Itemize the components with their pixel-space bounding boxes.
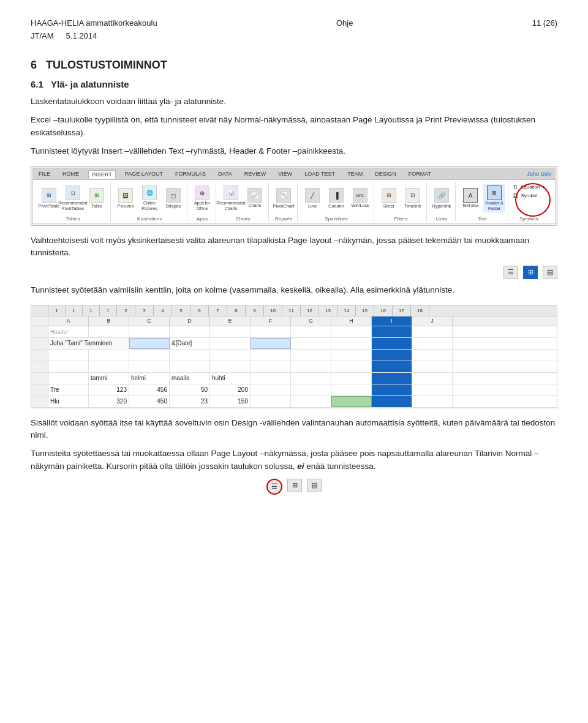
bottom-page-break-button[interactable]: ▤: [307, 479, 322, 492]
charts-group-label: Charts: [236, 215, 251, 222]
recommended-charts-button[interactable]: 📊 Recommended Charts: [220, 184, 242, 212]
reports-group-label: Reports: [275, 215, 292, 222]
months-row: tammi helmi maalis huhti: [31, 373, 557, 384]
institution-name: HAAGA-HELIA ammattikorkeakoulu: [31, 18, 157, 28]
data-row-tre: Tre 123 456 50 200: [31, 384, 557, 396]
symbols-items: π Equation ▾ Ω Symbol: [512, 182, 546, 200]
paragraph-7: Tunnisteita syötettäessä tai muokattaess…: [31, 448, 557, 473]
empty-row-1: [31, 350, 557, 361]
tab-design[interactable]: DESIGN: [372, 170, 399, 178]
sparklines-group-label: Sparklines: [325, 215, 347, 222]
tab-insert[interactable]: INSERT: [88, 170, 116, 179]
timeline-button[interactable]: ⊡ Timeline: [402, 187, 424, 210]
column-sparkline-button[interactable]: ▐ Column: [325, 187, 347, 210]
header-footer-button[interactable]: ⊠ Header & Footer: [483, 184, 505, 212]
doc-code: JT/AM: [31, 31, 54, 40]
data-row-hki: Hki 320 450 23 150: [31, 396, 557, 408]
paragraph-4: Vaihtoehtoisesti voit myös yksinkertaise…: [31, 234, 557, 260]
document-subheader: JT/AM 5.1.2014: [31, 31, 557, 40]
shapes-button[interactable]: ◻ Shapes: [162, 187, 184, 210]
apps-group-label: Apps: [197, 215, 208, 222]
text-group-label: Text: [478, 215, 487, 222]
ribbon-screenshot: FILE HOME INSERT PAGE LAYOUT FORMULAS DA…: [31, 166, 557, 226]
subject-label: Ohje: [336, 18, 353, 28]
paragraph-6: Sisällöt voidaan syöttää itse tai käyttä…: [31, 417, 557, 442]
tab-page-layout[interactable]: PAGE LAYOUT: [122, 170, 166, 178]
paragraph-2: Excel –taulukolle tyypillistä on, että t…: [31, 114, 557, 139]
ribbon-group-reports: 📉 PivotChart Reports: [270, 182, 298, 222]
spreadsheet-screenshot: 1 1 1 1 2 3 4 5 6 7 8 9 10 11 12 13 14 1…: [31, 305, 557, 408]
subsection-title: 6.1 Ylä- ja alatunniste: [31, 79, 557, 89]
symbols-group-label: Symbols: [519, 215, 538, 222]
textbox-button[interactable]: A Text Box: [459, 187, 481, 209]
apps-for-office-button[interactable]: ⊕ Apps for Office: [191, 184, 213, 212]
paragraph-1: Laskentataulukkoon voidaan liittää ylä- …: [31, 96, 557, 108]
tab-review[interactable]: REVIEW: [241, 170, 270, 178]
illustrations-group-label: Illustrations: [137, 215, 162, 222]
ribbon-group-symbols: π Equation ▾ Ω Symbol Symbols: [510, 182, 548, 222]
recommended-pivottables-button[interactable]: ⊡ Recommended PivotTables: [62, 184, 84, 212]
tab-format[interactable]: FORMAT: [405, 170, 434, 178]
tab-data[interactable]: DATA: [215, 170, 235, 178]
filters-group-label: Filters: [394, 215, 408, 222]
pivottable-button[interactable]: ⊞ PivotTable: [38, 187, 60, 210]
ribbon-group-apps: ⊕ Apps for Office Apps: [189, 182, 216, 222]
line-sparkline-button[interactable]: ╱ Line: [301, 187, 323, 210]
normal-view-button[interactable]: ☰: [503, 266, 518, 279]
links-group-label: Links: [436, 215, 448, 222]
tab-formulas[interactable]: FORMULAS: [172, 170, 209, 178]
view-buttons-row: ☰ ⊞ ▤: [31, 266, 557, 279]
section-title: 6 TULOSTUSTOIMINNOT: [31, 59, 557, 72]
ribbon-group-filters: ⊟ Slicer ⊡ Timeline Filters: [375, 182, 427, 222]
bottom-page-layout-button[interactable]: ⊞: [287, 479, 302, 492]
tables-group-label: Tables: [66, 215, 80, 222]
page-number: 11 (26): [532, 18, 557, 28]
header-label-row: Header: [31, 326, 557, 338]
tab-home[interactable]: HOME: [59, 170, 82, 178]
tab-load-test[interactable]: LOAD TEST: [301, 170, 338, 178]
pictures-button[interactable]: 🖼 Pictures: [115, 187, 137, 210]
slicer-button[interactable]: ⊟ Slicer: [378, 187, 400, 210]
header-content-row: Juha "Tami" Tamminen &[Date]: [31, 338, 557, 350]
tab-team[interactable]: TEAM: [344, 170, 366, 178]
document-header: HAAGA-HELIA ammattikorkeakoulu Ohje 11 (…: [31, 18, 557, 28]
col-header-row: A B C D E F G H I J: [31, 317, 557, 326]
win-loss-sparkline-button[interactable]: W/L Win/Loss: [349, 187, 371, 209]
page-layout-view-button[interactable]: ⊞: [523, 266, 538, 279]
equation-button[interactable]: π Equation ▾: [512, 183, 546, 191]
ribbon-tabs: FILE HOME INSERT PAGE LAYOUT FORMULAS DA…: [33, 168, 555, 180]
tab-view[interactable]: VIEW: [275, 170, 295, 178]
empty-row-2: [31, 361, 557, 373]
ribbon-group-tables: ⊞ PivotTable ⊡ Recommended PivotTables ⊞…: [36, 182, 111, 222]
doc-date: 5.1.2014: [66, 31, 97, 40]
ribbon-user: Juho Uski: [527, 171, 551, 177]
online-pictures-button[interactable]: 🌐 Online Pictures: [138, 184, 160, 212]
ribbon-group-text: A Text Box ⊠ Header & Footer Text: [457, 182, 508, 222]
bottom-view-buttons: ☰ ⊞ ▤: [31, 479, 557, 495]
paragraph-3: Tunnisteet löytyvät Insert –välilehden T…: [31, 145, 557, 157]
ribbon-group-charts: 📊 Recommended Charts 📈 Charts Charts: [217, 182, 269, 222]
paragraph-5: Tunnisteet syötetään valmiisiin kenttiin…: [31, 284, 557, 296]
ribbon-group-sparklines: ╱ Line ▐ Column W/L Win/Loss Sparklines: [299, 182, 374, 222]
table-button[interactable]: ⊞ Table: [86, 187, 108, 210]
pivotchart-button[interactable]: 📉 PivotChart: [273, 187, 295, 210]
ribbon-body: ⊞ PivotTable ⊡ Recommended PivotTables ⊞…: [33, 180, 555, 223]
col-ruler: 1 1 1 1 2 3 4 5 6 7 8 9 10 11 12 13 14 1…: [31, 305, 557, 317]
bar-chart-button[interactable]: 📈 Charts: [244, 187, 266, 209]
tab-file[interactable]: FILE: [36, 170, 53, 178]
page-break-view-button[interactable]: ▤: [543, 266, 557, 279]
bottom-normal-view-button[interactable]: ☰: [266, 479, 282, 495]
ribbon-group-illustrations: 🖼 Pictures 🌐 Online Pictures ◻ Shapes Il…: [112, 182, 187, 222]
symbol-button[interactable]: Ω Symbol: [512, 192, 546, 200]
hyperlink-button[interactable]: 🔗 Hyperlink: [431, 187, 453, 210]
ribbon-group-links: 🔗 Hyperlink Links: [428, 182, 456, 222]
